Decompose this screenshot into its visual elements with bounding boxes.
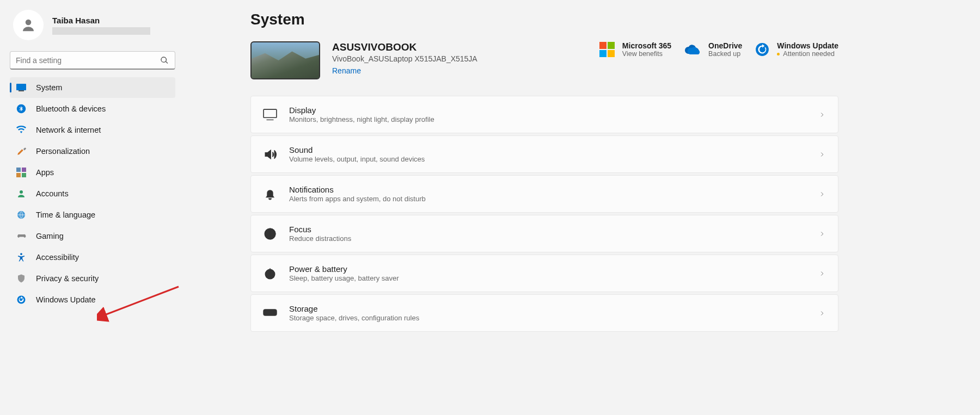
card-sub: Sleep, battery usage, battery saver (289, 274, 818, 282)
desktop-thumbnail[interactable] (250, 41, 320, 79)
nav-label: System (36, 83, 62, 92)
rename-link[interactable]: Rename (332, 66, 477, 75)
svg-rect-2 (19, 90, 24, 91)
card-title: Display (289, 106, 818, 115)
nav-item-accounts[interactable]: Accounts (10, 183, 175, 204)
apps-icon (16, 168, 26, 177)
card-sub: Volume levels, output, input, sound devi… (289, 155, 818, 163)
card-storage[interactable]: Storage Storage space, drives, configura… (250, 294, 838, 332)
chevron-right-icon (818, 151, 826, 158)
monitor-icon (263, 109, 277, 121)
nav-label: Accounts (36, 189, 69, 198)
nav-item-accessibility[interactable]: Accessibility (10, 247, 175, 268)
system-icon (16, 83, 26, 92)
card-sub: Storage space, drives, configuration rul… (289, 314, 818, 322)
nav-label: Apps (36, 168, 54, 177)
svg-rect-5 (22, 168, 26, 172)
status-microsoft365[interactable]: Microsoft 365 View benefits (599, 41, 671, 58)
svg-rect-6 (16, 173, 21, 177)
nav-item-time-language[interactable]: Time & language (10, 205, 175, 225)
status-title: Windows Update (777, 41, 838, 50)
card-power-battery[interactable]: Power & battery Sleep, battery usage, ba… (250, 255, 838, 292)
focus-icon (263, 227, 277, 241)
search-icon (160, 56, 169, 65)
system-header-row: ASUSVIVOBOOK VivoBook_ASUSLaptop X515JAB… (250, 41, 838, 79)
page-title: System (250, 11, 838, 28)
status-onedrive[interactable]: OneDrive Backed up (684, 41, 742, 58)
device-model: VivoBook_ASUSLaptop X515JAB_X515JA (332, 54, 477, 63)
user-account[interactable]: Taiba Hasan (10, 10, 175, 40)
status-sub: View benefits (622, 50, 671, 58)
card-focus[interactable]: Focus Reduce distractions (250, 215, 838, 252)
user-name: Taiba Hasan (52, 16, 150, 25)
card-title: Storage (289, 304, 818, 313)
svg-point-0 (26, 20, 32, 26)
device-block: ASUSVIVOBOOK VivoBook_ASUSLaptop X515JAB… (250, 41, 586, 79)
nav-label: Time & language (36, 210, 95, 219)
nav-label: Gaming (36, 232, 64, 240)
nav-label: Bluetooth & devices (36, 104, 106, 113)
nav-label: Windows Update (36, 295, 96, 304)
avatar (13, 10, 44, 40)
device-name: ASUSVIVOBOOK (332, 41, 477, 53)
nav-item-network[interactable]: Network & internet (10, 120, 175, 140)
chevron-right-icon (818, 270, 826, 277)
accounts-icon (16, 189, 26, 199)
card-notifications[interactable]: Notifications Alerts from apps and syste… (250, 175, 838, 213)
accessibility-icon (16, 252, 26, 262)
main-content: System ASUSVIVOBOOK VivoBook_ASUSLaptop … (185, 0, 980, 415)
update-icon (16, 295, 26, 305)
svg-rect-1 (16, 84, 26, 90)
bell-icon (263, 187, 277, 201)
update-icon (755, 42, 769, 57)
attention-dot (777, 53, 780, 55)
person-icon (20, 17, 36, 33)
storage-icon (263, 309, 277, 317)
search-field-wrap (10, 51, 175, 70)
chevron-right-icon (818, 111, 826, 119)
card-sub: Monitors, brightness, night light, displ… (289, 115, 818, 123)
svg-rect-4 (16, 168, 21, 172)
svg-rect-7 (22, 173, 26, 177)
gamepad-icon (16, 231, 26, 241)
nav-item-apps[interactable]: Apps (10, 162, 175, 183)
nav-label: Network & internet (36, 126, 101, 134)
wifi-icon (16, 125, 26, 135)
chevron-right-icon (818, 309, 826, 317)
card-title: Focus (289, 225, 818, 234)
card-sub: Reduce distractions (289, 234, 818, 243)
brush-icon (16, 146, 26, 156)
nav-label: Privacy & security (36, 274, 99, 283)
power-icon (263, 267, 277, 281)
user-text: Taiba Hasan (52, 16, 150, 35)
sidebar: Taiba Hasan System Bluetooth & devices N… (0, 0, 185, 415)
nav-list: System Bluetooth & devices Network & int… (10, 77, 175, 310)
nav-item-windows-update[interactable]: Windows Update (10, 289, 175, 310)
status-sub: Attention needed (777, 50, 838, 58)
user-email-redacted (52, 27, 150, 35)
globe-clock-icon (16, 210, 26, 220)
svg-point-8 (20, 190, 23, 194)
search-input[interactable] (10, 51, 175, 70)
nav-item-bluetooth[interactable]: Bluetooth & devices (10, 98, 175, 119)
nav-label: Accessibility (36, 253, 79, 262)
nav-label: Personalization (36, 147, 90, 156)
nav-item-gaming[interactable]: Gaming (10, 226, 175, 246)
microsoft-365-icon (599, 42, 615, 57)
status-windows-update[interactable]: Windows Update Attention needed (755, 41, 838, 58)
shield-icon (16, 274, 26, 283)
bluetooth-icon (16, 104, 26, 114)
card-title: Sound (289, 145, 818, 154)
card-title: Notifications (289, 185, 818, 194)
nav-item-privacy-security[interactable]: Privacy & security (10, 268, 175, 289)
status-title: Microsoft 365 (622, 41, 671, 50)
svg-point-20 (273, 312, 274, 313)
onedrive-icon (684, 44, 701, 55)
nav-item-personalization[interactable]: Personalization (10, 141, 175, 162)
svg-point-11 (20, 253, 22, 255)
card-sound[interactable]: Sound Volume levels, output, input, soun… (250, 135, 838, 173)
card-title: Power & battery (289, 264, 818, 274)
speaker-icon (263, 147, 277, 162)
nav-item-system[interactable]: System (10, 77, 175, 98)
card-display[interactable]: Display Monitors, brightness, night ligh… (250, 96, 838, 133)
